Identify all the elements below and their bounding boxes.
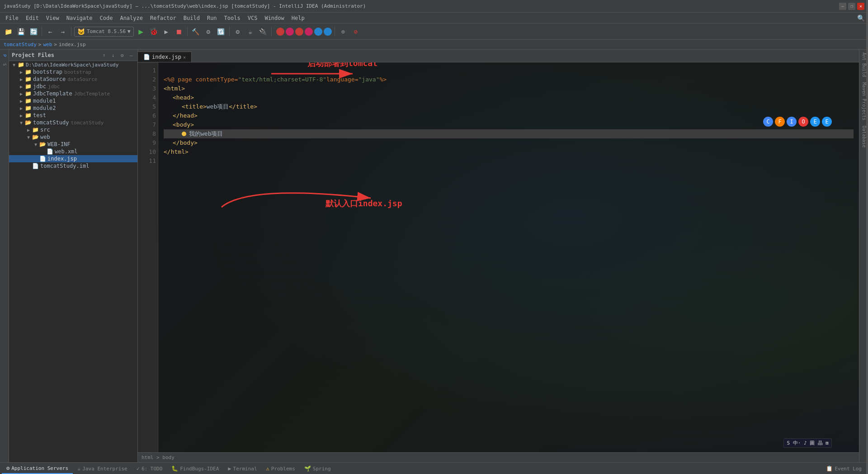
tree-item-bootstrap[interactable]: ▶ 📁 bootstrap bootstrap bbox=[9, 68, 137, 76]
editor-tab-indexjsp[interactable]: 📄 index.jsp ✕ bbox=[138, 52, 192, 62]
tab-close-button[interactable]: ✕ bbox=[183, 55, 186, 60]
project-scroll-down[interactable]: ↓ bbox=[109, 52, 117, 59]
rebuild-button[interactable]: ⚙ bbox=[203, 26, 214, 37]
close-button[interactable]: ✕ bbox=[857, 3, 864, 10]
menu-navigate[interactable]: Navigate bbox=[63, 14, 96, 22]
tab-findbugs[interactable]: 🐛 FindBugs-IDEA bbox=[167, 464, 223, 474]
tree-item-datasource[interactable]: ▶ 📁 dataSource dataSource bbox=[9, 76, 137, 83]
tree-item-root[interactable]: ▼ 📁 D:\Data\IdeaWorkSpace\javaStudy bbox=[9, 61, 137, 68]
breadcrumb-web[interactable]: web bbox=[43, 42, 52, 47]
tab-terminal[interactable]: ▶ Terminal bbox=[223, 464, 261, 474]
project-scroll-up[interactable]: ↑ bbox=[100, 52, 108, 59]
breadcrumb-file[interactable]: index.jsp bbox=[59, 42, 86, 47]
menu-vcs[interactable]: VCS bbox=[244, 14, 261, 22]
arrow-icon: ▼ bbox=[33, 142, 39, 147]
project-settings[interactable]: ⚙ bbox=[118, 52, 126, 59]
menu-view[interactable]: View bbox=[42, 14, 63, 22]
menu-analyze[interactable]: Analyze bbox=[116, 14, 146, 22]
menu-refactor[interactable]: Refactor bbox=[146, 14, 180, 22]
debug-button[interactable]: 🐞 bbox=[148, 26, 159, 37]
run-config-selector[interactable]: 🐱 Tomcat 8.5.56 ▼ bbox=[74, 27, 134, 37]
sdk-button[interactable]: ☕ bbox=[245, 26, 256, 37]
menu-window[interactable]: Window bbox=[261, 14, 288, 22]
tab-todo[interactable]: ✓ 6: TODO bbox=[132, 464, 167, 474]
build-button[interactable]: 🔨 bbox=[190, 26, 201, 37]
project-panel-header: Project Files ↑ ↓ ⚙ — bbox=[9, 50, 137, 61]
browser-icons: C F I O E E bbox=[763, 117, 832, 127]
menu-tools[interactable]: Tools bbox=[221, 14, 244, 22]
project-close[interactable]: — bbox=[127, 52, 135, 59]
tree-item-iml[interactable]: ▶ 📄 tomcatStudy.iml bbox=[9, 162, 137, 170]
code-editor[interactable]: <%@ page contentType="text/html;charset=… bbox=[158, 62, 859, 452]
vcs-button[interactable]: ⊕ bbox=[338, 26, 349, 37]
tree-item-jdbc[interactable]: ▶ 📁 jdbc jdbc bbox=[9, 83, 137, 90]
run-button[interactable]: ▶ bbox=[136, 26, 146, 37]
tree-item-webxml[interactable]: ▶ 📄 web.xml bbox=[9, 148, 137, 155]
plugins-button[interactable]: 🔌 bbox=[258, 26, 269, 37]
findbugs-icon: 🐛 bbox=[171, 465, 178, 472]
tab-label: index.jsp bbox=[152, 54, 181, 60]
folder-icon: 📁 bbox=[24, 98, 32, 104]
tree-item-test[interactable]: ▶ 📁 test bbox=[9, 112, 137, 119]
tab-problems-label: Problems bbox=[271, 466, 295, 472]
bottom-tabs: ⚙ Application Servers ☕ Java Enterprise … bbox=[0, 462, 868, 474]
minimize-button[interactable]: — bbox=[839, 3, 846, 10]
tab-problems[interactable]: ⚠ Problems bbox=[262, 464, 300, 474]
vcs2-button[interactable]: ⊘ bbox=[350, 26, 361, 37]
tree-item-module1[interactable]: ▶ 📁 module1 bbox=[9, 97, 137, 104]
tree-item-root-name: D:\Data\IdeaWorkSpace\javaStudy bbox=[26, 62, 118, 68]
tab-java-enterprise[interactable]: ☕ Java Enterprise bbox=[73, 464, 132, 474]
structure-icon[interactable]: S bbox=[0, 61, 9, 69]
sync-files-button[interactable]: 🔃 bbox=[216, 26, 226, 37]
todo-icon: ✓ bbox=[137, 465, 140, 472]
settings-button[interactable]: ⚙ bbox=[232, 26, 243, 37]
editor-breadcrumb-bar: html > body bbox=[138, 452, 859, 462]
panel-resize-handle[interactable] bbox=[866, 0, 868, 474]
tab-terminal-label: Terminal bbox=[233, 466, 257, 472]
tab-spring[interactable]: 🌱 Spring bbox=[300, 464, 335, 474]
tree-item-web[interactable]: ▼ 📂 web bbox=[9, 133, 137, 141]
tree-item-src[interactable]: ▶ 📁 src bbox=[9, 126, 137, 133]
stop-button[interactable]: ■ bbox=[174, 26, 184, 37]
menu-code[interactable]: Code bbox=[96, 14, 117, 22]
code-line-4: <head> bbox=[164, 93, 854, 102]
tree-item-indexjsp[interactable]: ▶ 📄 index.jsp bbox=[9, 155, 137, 162]
breadcrumb-sep1: > bbox=[38, 42, 42, 47]
menu-run[interactable]: Run bbox=[203, 14, 221, 22]
coverage-button[interactable]: ▶ bbox=[161, 26, 172, 37]
arrow-icon: ▼ bbox=[25, 135, 32, 140]
terminal-icon: ▶ bbox=[228, 465, 231, 472]
toolbar: 📁 💾 🔄 ← → 🐱 Tomcat 8.5.56 ▼ ▶ 🐞 ▶ ■ 🔨 ⚙ … bbox=[0, 24, 868, 40]
tree-item-webxml-name: web.xml bbox=[55, 148, 78, 155]
menu-file[interactable]: File bbox=[2, 14, 22, 22]
project-sidebar-icon[interactable]: P bbox=[0, 52, 9, 60]
tree-item-jdbctemplate[interactable]: ▶ 📁 JdbcTemplate JdbcTemplate bbox=[9, 90, 137, 97]
tab-application-servers[interactable]: ⚙ Application Servers bbox=[2, 463, 73, 474]
save-button[interactable]: 💾 bbox=[15, 26, 26, 37]
forward-button[interactable]: → bbox=[57, 26, 68, 37]
tree-item-module2[interactable]: ▶ 📁 module2 bbox=[9, 104, 137, 112]
breadcrumb: tomcatStudy > web > index.jsp bbox=[0, 40, 868, 50]
run-config-arrow: ▼ bbox=[127, 28, 131, 34]
separator-4 bbox=[229, 27, 230, 36]
maximize-button[interactable]: ❐ bbox=[848, 3, 855, 10]
arrow-icon: ▶ bbox=[18, 77, 24, 82]
open-file-button[interactable]: 📁 bbox=[3, 26, 14, 37]
title-text: javaStudy [D:\Data\IdeaWorkSpace\javaStu… bbox=[4, 3, 366, 9]
tree-item-tomcatstudy[interactable]: ▼ 📂 tomcatStudy tomcatStudy bbox=[9, 119, 137, 126]
tree-item-webinf[interactable]: ▼ 📂 WEB-INF bbox=[9, 141, 137, 148]
sync-button[interactable]: 🔄 bbox=[28, 26, 39, 37]
menu-edit[interactable]: Edit bbox=[22, 14, 42, 22]
tab-event-log[interactable]: 📋 Event Log bbox=[821, 464, 866, 474]
menu-help[interactable]: Help bbox=[288, 14, 308, 22]
tree-item-jdbctemplate-name: JdbcTemplate bbox=[33, 90, 72, 97]
folder-icon: 📁 bbox=[32, 127, 39, 133]
arrow-icon: ▶ bbox=[18, 91, 24, 96]
editor-content[interactable]: 1 2 3 4 5 6 7 8 9 10 11 <%@ page content… bbox=[138, 62, 859, 452]
breadcrumb-tomcatstudy[interactable]: tomcatStudy bbox=[4, 42, 37, 47]
folder-open-icon: 📂 bbox=[32, 134, 39, 140]
editor-tabs: 📄 index.jsp ✕ bbox=[138, 50, 859, 62]
back-button[interactable]: ← bbox=[45, 26, 56, 37]
search-everywhere-button[interactable]: 🔍 bbox=[855, 13, 866, 24]
menu-build[interactable]: Build bbox=[180, 14, 203, 22]
